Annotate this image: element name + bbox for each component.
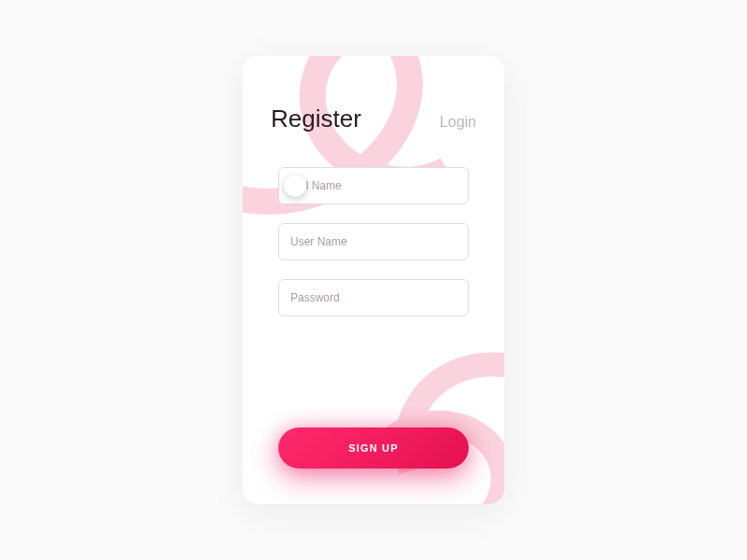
username-input[interactable] <box>278 223 469 260</box>
card-content: Register Login SIGN UP <box>243 56 504 504</box>
fullname-input[interactable] <box>278 167 469 204</box>
tab-register[interactable]: Register <box>271 105 361 133</box>
auth-tabs: Register Login <box>271 105 476 133</box>
register-form: SIGN UP <box>271 167 476 476</box>
register-card: Register Login SIGN UP <box>243 56 504 504</box>
tab-login[interactable]: Login <box>440 114 476 131</box>
fullname-input-wrapper <box>278 167 469 204</box>
password-input[interactable] <box>278 279 469 316</box>
signup-button[interactable]: SIGN UP <box>278 427 469 469</box>
